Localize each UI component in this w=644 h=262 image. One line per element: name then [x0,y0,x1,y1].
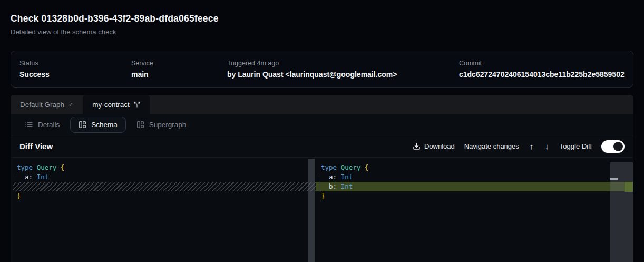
download-label: Download [424,142,455,150]
tab-label: Supergraph [149,121,187,129]
triggered-by-value: by Laurin Quast <laurinquast@googlemail.… [227,70,459,79]
graph-tab-label: Default Graph [20,101,64,109]
indent-guide [320,173,320,192]
diff-pane-before: type Query { a: Int} [11,158,316,262]
diff-editor: type Query { a: Int} + type Query { a: I… [11,158,633,262]
diff-pane-after: type Query { a: Int b: Int} [316,158,633,262]
tab-label: Schema [91,121,118,129]
graph-tab-my-contract[interactable]: my-contract [83,95,150,114]
panels-icon [136,121,144,129]
arrow-down-icon: ↓ [545,142,549,151]
previous-change-button[interactable]: ↑ [529,142,535,151]
commit-value: c1dc62724702406154013cbe11b225b2e5859502 [459,70,625,79]
toggle-diff-label: Toggle Diff [560,142,592,150]
switch-knob [613,142,623,151]
toggle-diff-switch[interactable] [601,140,625,153]
summary-label: Service [131,60,227,67]
page-subtitle: Detailed view of the schema check [11,28,633,36]
code-line-added: b: Int [316,182,633,191]
code-line: a: Int [316,172,633,182]
summary-field-commit: Commit c1dc62724702406154013cbe11b225b2e… [459,60,625,79]
check-summary-card: Status Success Service main Triggered 4m… [11,51,633,88]
tab-label: Details [38,121,60,129]
split-icon [134,101,140,108]
tab-schema[interactable]: Schema [70,117,126,133]
arrow-up-icon: ↑ [530,142,534,151]
download-icon [413,142,421,150]
check-icon: ✓ [69,101,73,108]
code-line: a: Int [11,172,316,182]
next-change-button[interactable]: ↓ [544,142,550,151]
summary-field-status: Status Success [19,60,131,79]
graph-tab-default[interactable]: Default Graph ✓ [11,95,83,114]
page-title: Check 01328b0d-b396-43f2-89ab-dfda065fee… [11,13,633,24]
tab-supergraph[interactable]: Supergraph [131,117,192,133]
download-button[interactable]: Download [413,142,455,150]
graph-tab-label: my-contract [92,101,130,109]
tab-details[interactable]: Details [19,117,65,133]
scrollbar-slider[interactable] [610,178,618,180]
navigate-changes-label: Navigate changes [464,142,519,150]
code-before: type Query { a: Int} [11,158,316,201]
check-panel: Details Schema Supergraph [11,114,633,262]
summary-field-service: Service main [131,60,227,79]
graph-tab-strip: Default Graph ✓ my-contract [11,95,633,114]
code-line: type Query { [316,163,633,172]
panels-icon [79,121,86,129]
code-line: } [316,191,633,201]
diff-view-title: Diff View [19,142,53,151]
code-line: type Query { [11,163,316,172]
scrollbar-before[interactable] [308,159,315,262]
summary-label: Commit [459,60,625,67]
service-value: main [131,70,227,79]
summary-label: Status [19,60,131,67]
diff-toolbar: Download Navigate changes ↑ ↓ Toggle Dif… [413,140,625,153]
summary-field-triggered: Triggered 4m ago by Laurin Quast <laurin… [227,60,459,79]
status-value: Success [19,70,131,79]
code-after: type Query { a: Int b: Int} [316,158,633,201]
code-line: } [11,191,316,201]
page-header: Check 01328b0d-b396-43f2-89ab-dfda065fee… [11,0,633,36]
added-change-marker [625,182,633,192]
diff-header: Diff View Download Navigate changes ↑ ↓ … [11,135,633,158]
overview-ruler[interactable] [610,162,633,262]
view-tabs: Details Schema Supergraph [11,114,633,135]
indent-guide [16,173,16,192]
diff-removed-placeholder [13,182,316,191]
list-icon [25,120,33,129]
summary-label: Triggered 4m ago [227,60,459,67]
